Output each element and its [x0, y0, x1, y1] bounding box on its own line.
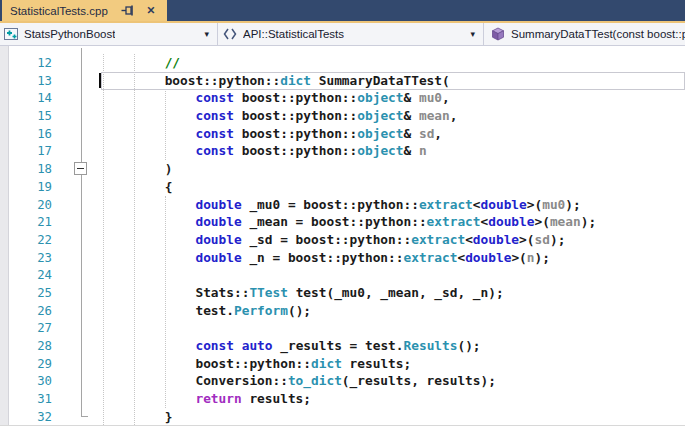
line-number[interactable]: 28	[8, 338, 52, 356]
code-text: )	[103, 160, 172, 178]
close-icon[interactable]: ✕	[144, 4, 158, 18]
class-icon	[222, 27, 237, 42]
code-text: const boost::python::object& sd,	[103, 125, 442, 143]
line-number[interactable]: 19	[8, 179, 52, 197]
line-number[interactable]: 21	[8, 214, 52, 232]
line-number[interactable]: 13	[8, 73, 52, 91]
project-dropdown[interactable]: StatsPythonBoost ▾	[0, 23, 218, 45]
code-text: double _sd = boost::python::extract<doub…	[103, 231, 565, 249]
line-number[interactable]: 27	[8, 320, 52, 338]
code-line[interactable]: 22 double _sd = boost::python::extract<d…	[0, 231, 685, 249]
chevron-down-icon: ▾	[204, 30, 209, 39]
line-number[interactable]: 20	[8, 197, 52, 215]
code-editor[interactable]: 12 //13 boost::python::dict SummaryDataT…	[0, 46, 685, 426]
code-line[interactable]: 19 {	[0, 178, 685, 196]
line-number[interactable]: 22	[8, 232, 52, 250]
code-text: {	[103, 178, 172, 196]
code-text: //	[103, 54, 180, 72]
line-number[interactable]: 17	[8, 143, 52, 161]
vs-editor-window: { "colors": { "tab_strip_bg": "#33496E",…	[0, 0, 685, 426]
code-line[interactable]: 17 const boost::python::object& n	[0, 142, 685, 160]
code-text: const boost::python::object& mu0,	[103, 89, 450, 107]
code-line[interactable]: 26 test.Perform();	[0, 302, 685, 320]
code-line[interactable]: 23 double _n = boost::python::extract<do…	[0, 249, 685, 267]
member-dropdown[interactable]: SummaryDataTTest(const boost::p	[484, 23, 685, 45]
code-line[interactable]: 27	[0, 319, 685, 337]
code-text: const boost::python::object& n	[103, 142, 427, 160]
code-line[interactable]: 28 const auto _results = test.Results();	[0, 337, 685, 355]
code-text: test.Perform();	[103, 302, 311, 320]
code-text: Stats::TTest test(_mu0, _mean, _sd, _n);	[103, 284, 504, 302]
line-number[interactable]: 26	[8, 303, 52, 321]
line-number[interactable]: 32	[8, 409, 52, 426]
code-lines: 12 //13 boost::python::dict SummaryDataT…	[0, 54, 685, 425]
line-number[interactable]: 23	[8, 250, 52, 268]
text-caret	[99, 73, 101, 88]
document-tab[interactable]: StatisticalTests.cpp ✕	[2, 0, 167, 21]
pin-icon-glyph	[121, 4, 134, 17]
scope-dropdown-label: API::StatisticalTests	[243, 28, 344, 40]
code-line[interactable]: 32 }	[0, 408, 685, 426]
code-line[interactable]: 15 const boost::python::object& mean,	[0, 107, 685, 125]
code-text: double _mu0 = boost::python::extract<dou…	[103, 196, 581, 214]
code-text: return results;	[103, 390, 311, 408]
tab-strip: StatisticalTests.cpp ✕	[0, 0, 685, 23]
line-number[interactable]: 16	[8, 126, 52, 144]
pin-icon[interactable]	[121, 4, 135, 18]
line-number[interactable]: 31	[8, 391, 52, 409]
code-text: }	[103, 408, 172, 426]
code-line[interactable]: 20 double _mu0 = boost::python::extract<…	[0, 196, 685, 214]
line-number[interactable]: 29	[8, 356, 52, 374]
code-line[interactable]: 25 Stats::TTest test(_mu0, _mean, _sd, _…	[0, 284, 685, 302]
code-text: double _n = boost::python::extract<doubl…	[103, 249, 550, 267]
method-icon	[490, 27, 505, 42]
minus-icon	[77, 168, 84, 169]
code-text: double _mean = boost::python::extract<do…	[103, 213, 596, 231]
fold-collapse-button[interactable]	[74, 162, 87, 175]
line-number[interactable]: 25	[8, 285, 52, 303]
project-dropdown-label: StatsPythonBoost	[24, 28, 115, 40]
code-line[interactable]: 14 const boost::python::object& mu0,	[0, 89, 685, 107]
code-line[interactable]: 21 double _mean = boost::python::extract…	[0, 213, 685, 231]
navigation-bar: StatsPythonBoost ▾ API::StatisticalTests…	[0, 23, 685, 46]
scope-dropdown[interactable]: API::StatisticalTests ▾	[218, 23, 484, 45]
code-line[interactable]: 18 )	[0, 160, 685, 178]
line-number[interactable]: 12	[8, 55, 52, 73]
code-line[interactable]: 24	[0, 266, 685, 284]
current-line-highlight	[101, 72, 685, 90]
chevron-down-icon: ▾	[470, 30, 475, 39]
code-line[interactable]: 31 return results;	[0, 390, 685, 408]
line-number[interactable]: 30	[8, 373, 52, 391]
code-text: const boost::python::object& mean,	[103, 107, 457, 125]
line-number[interactable]: 14	[8, 90, 52, 108]
code-text: Conversion::to_dict(_results, results);	[103, 372, 496, 390]
code-line[interactable]: 30 Conversion::to_dict(_results, results…	[0, 372, 685, 390]
tab-label: StatisticalTests.cpp	[10, 5, 108, 17]
code-line[interactable]: 12 //	[0, 54, 685, 72]
line-number[interactable]: 18	[8, 161, 52, 179]
code-line[interactable]: 29 boost::python::dict results;	[0, 355, 685, 373]
line-number[interactable]: 24	[8, 267, 52, 285]
code-text: const auto _results = test.Results();	[103, 337, 481, 355]
member-dropdown-label: SummaryDataTTest(const boost::p	[511, 28, 685, 40]
line-number[interactable]: 15	[8, 108, 52, 126]
code-line[interactable]: 16 const boost::python::object& sd,	[0, 125, 685, 143]
cpp-project-icon	[3, 27, 18, 42]
code-text: boost::python::dict results;	[103, 355, 411, 373]
